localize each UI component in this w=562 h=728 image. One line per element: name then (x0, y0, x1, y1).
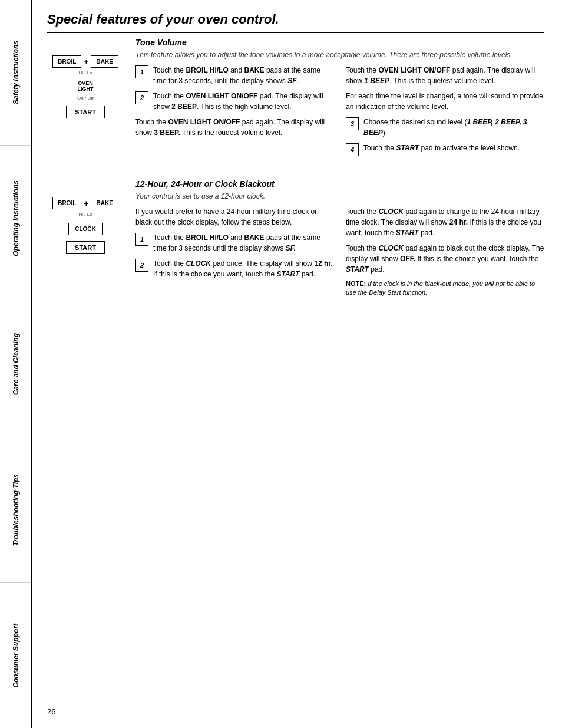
clock-button[interactable]: CLOCK (68, 223, 103, 235)
tone-step-2: 2 Touch the OVEN LIGHT ON/OFF pad. The d… (135, 91, 334, 112)
hi-lo-label-1: Hi / Lo (78, 70, 92, 75)
tone-volume-content: Tone Volume This feature allows you to a… (135, 38, 544, 161)
step-num-1: 1 (135, 65, 148, 78)
sidebar: Safety Instructions Operating Instructio… (0, 0, 32, 728)
clock-intro: Your control is set to use a 12-hour clo… (135, 192, 544, 200)
clock-col-left: If you would prefer to have a 24-hour mi… (135, 206, 334, 298)
start-button-2[interactable]: START (66, 241, 105, 254)
step-text-1: Touch the BROIL HI/LO and BAKE pads at t… (153, 65, 334, 86)
clock-plain-1: If you would prefer to have a 24-hour mi… (135, 206, 334, 228)
tone-volume-intro: This feature allows you to adjust the to… (135, 51, 544, 59)
hi-lo-label-2: Hi / Lo (78, 212, 92, 217)
clock-step-2: 2 Touch the CLOCK pad once. The display … (135, 258, 334, 279)
step-text-4: Touch the START pad to activate the leve… (363, 143, 520, 153)
oven-light-line1: OVEN (78, 80, 93, 86)
tone-step-1: 1 Touch the BROIL HI/LO and BAKE pads at… (135, 65, 334, 86)
on-off-label: On / Off (77, 95, 94, 101)
step-num-4: 4 (346, 143, 359, 156)
tone-step-4: 4 Touch the START pad to activate the le… (346, 143, 544, 156)
clock-plain-right-2: Touch the CLOCK pad again to black out t… (346, 243, 544, 275)
page-title: Special features of your oven control. (47, 12, 544, 33)
oven-light-button[interactable]: OVEN LIGHT (68, 78, 103, 94)
clock-content: 12-Hour, 24-Hour or Clock Blackout Your … (135, 179, 544, 298)
step-num-3: 3 (346, 117, 359, 130)
bake-button-1[interactable]: BAKE (91, 55, 118, 68)
bake-button-2[interactable]: BAKE (91, 197, 118, 209)
start-button-1[interactable]: START (66, 106, 105, 118)
tone-volume-col-left: 1 Touch the BROIL HI/LO and BAKE pads at… (135, 65, 334, 161)
plus-icon-1: + (84, 57, 88, 67)
step-text-2: Touch the OVEN LIGHT ON/OFF pad. The dis… (153, 91, 334, 112)
tone-volume-col-right: Touch the OVEN LIGHT ON/OFF pad again. T… (346, 65, 544, 161)
sidebar-section-safety: Safety Instructions (0, 0, 31, 146)
tone-volume-title: Tone Volume (135, 38, 544, 47)
clock-section: BROIL + BAKE Hi / Lo CLOCK START 12-Hour… (47, 179, 544, 307)
clock-step-text-2: Touch the CLOCK pad once. The display wi… (153, 258, 334, 279)
broil-button-2[interactable]: BROIL (52, 197, 81, 209)
clock-plain-right-1: Touch the CLOCK pad again to change to t… (346, 206, 544, 238)
plus-icon-2: + (84, 199, 88, 208)
sidebar-label-care: Care and Cleaning (12, 333, 20, 395)
clock-diagram: BROIL + BAKE Hi / Lo CLOCK START (47, 179, 124, 298)
main-content: Special features of your oven control. B… (32, 0, 562, 728)
sidebar-section-care: Care and Cleaning (0, 291, 31, 437)
page-number: 26 (47, 701, 544, 716)
sidebar-section-operating: Operating Instructions (0, 146, 31, 291)
sidebar-label-operating: Operating Instructions (12, 180, 20, 256)
sidebar-section-consumer: Consumer Support (0, 583, 31, 728)
tone-volume-diagram: BROIL + BAKE Hi / Lo OVEN LIGHT On / Off… (47, 38, 124, 161)
step-text-3: Choose the desired sound level (1 BEEP, … (363, 117, 544, 138)
tone-step-3: 3 Choose the desired sound level (1 BEEP… (346, 117, 544, 138)
clock-step-num-2: 2 (135, 259, 148, 272)
clock-step-num-1: 1 (135, 233, 148, 246)
clock-step-text-1: Touch the BROIL HI/LO and BAKE pads at t… (153, 232, 334, 253)
tone-plain-right-2: For each time the level is changed, a to… (346, 91, 544, 112)
clock-step-1: 1 Touch the BROIL HI/LO and BAKE pads at… (135, 232, 334, 253)
sidebar-label-troubleshooting: Troubleshooting Tips (12, 474, 20, 546)
sidebar-section-troubleshooting: Troubleshooting Tips (0, 437, 31, 583)
tone-plain-1: Touch the OVEN LIGHT ON/OFF pad again. T… (135, 117, 334, 138)
clock-col-right: Touch the CLOCK pad again to change to t… (346, 206, 544, 298)
broil-button-1[interactable]: BROIL (52, 55, 81, 68)
tone-volume-section: BROIL + BAKE Hi / Lo OVEN LIGHT On / Off… (47, 38, 544, 170)
sidebar-label-consumer: Consumer Support (12, 624, 20, 688)
tone-plain-right-1: Touch the OVEN LIGHT ON/OFF pad again. T… (346, 65, 544, 86)
clock-title: 12-Hour, 24-Hour or Clock Blackout (135, 179, 544, 189)
oven-light-line2: LIGHT (77, 86, 93, 92)
step-num-2: 2 (135, 91, 148, 104)
sidebar-label-safety: Safety Instructions (12, 41, 20, 104)
clock-note: NOTE: If the clock is in the black-out m… (346, 279, 544, 298)
